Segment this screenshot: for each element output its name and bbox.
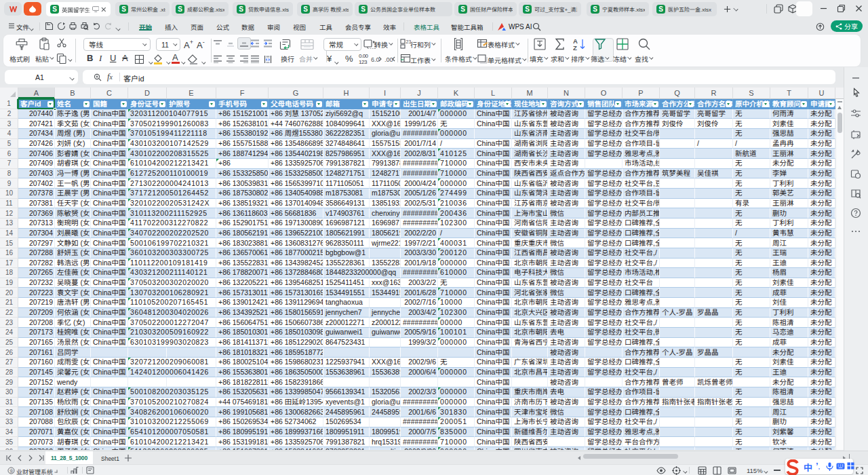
svg-text:业: 业 xyxy=(9,468,14,472)
svg-text:.00: .00 xyxy=(384,56,393,63)
svg-text:6.0: 6.0 xyxy=(371,56,380,63)
svg-text:Z: Z xyxy=(573,44,577,51)
